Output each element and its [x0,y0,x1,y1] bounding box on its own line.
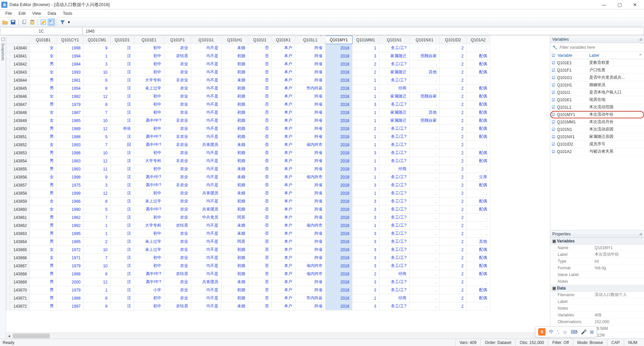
data-cell[interactable]: 共青团员 [191,278,221,286]
ime-mic-icon[interactable]: 🎤 [581,329,587,335]
data-cell[interactable]: . [410,254,440,262]
data-cell[interactable]: 否 [248,294,272,302]
data-cell[interactable]: . [410,205,440,214]
column-header[interactable]: Q101NX1 [410,36,440,44]
data-cell[interactable]: 2018 [326,238,352,246]
data-cell[interactable]: 2 [440,117,467,125]
data-cell[interactable]: 男 [30,189,57,197]
data-cell[interactable]: 2018 [326,181,352,189]
data-cell[interactable]: 同居 [221,238,248,246]
data-cell[interactable]: 非农业 [164,157,191,165]
data-cell[interactable]: 初婚 [221,262,248,270]
data-cell[interactable]: 布依 [111,125,134,133]
data-cell[interactable]: 回 [111,141,134,149]
data-cell[interactable]: . [467,44,490,52]
data-cell[interactable]: 男 [30,181,57,189]
property-row[interactable]: Notes [550,278,644,285]
data-cell[interactable]: 配偶 [467,197,490,205]
row-header[interactable]: 143854 [6,157,30,165]
data-cell[interactable]: 务工/工? [379,157,410,165]
data-cell[interactable]: 汉 [111,189,134,197]
data-cell[interactable]: 女 [30,68,57,76]
data-cell[interactable]: 共青团员 [191,205,221,214]
data-cell[interactable]: 1 [352,44,379,52]
data-cell[interactable]: 2 [84,238,111,246]
data-cell[interactable]: 汉 [111,197,134,205]
data-cell[interactable]: 高中/中? [134,141,164,149]
data-cell[interactable]: 2 [352,60,379,68]
data-cell[interactable]: 务工/工? [379,278,410,286]
data-cell[interactable]: . [410,165,440,173]
data-cell[interactable]: 男 [30,157,57,165]
data-cell[interactable]: 本户 [272,149,295,157]
data-cell[interactable]: . [467,214,490,222]
data-cell[interactable]: 配偶 [467,286,490,294]
data-cell[interactable]: . [467,76,490,84]
data-cell[interactable]: 本户 [272,238,295,246]
data-cell[interactable]: 本户 [272,125,295,133]
data-cell[interactable]: 汉 [111,230,134,238]
data-cell[interactable]: 2 [440,270,467,278]
data-cell[interactable]: . [410,84,440,92]
data-cell[interactable]: 初中 [134,92,164,101]
data-cell[interactable]: 本户 [272,101,295,109]
data-cell[interactable]: 省内跨市 [295,262,326,270]
data-cell[interactable]: 2 [440,44,467,52]
data-cell[interactable]: 初婚 [221,157,248,165]
data-cell[interactable]: . [410,197,440,205]
data-cell[interactable]: 初中 [134,109,164,117]
data-cell[interactable]: 2 [440,84,467,92]
data-cell[interactable]: 配偶 [467,125,490,133]
data-cell[interactable]: 配偶 [467,270,490,278]
data-cell[interactable]: 2 [440,165,467,173]
checkbox-icon[interactable]: ☑ [550,127,556,132]
data-cell[interactable]: 2 [440,302,467,310]
column-header[interactable]: Q101F1 [164,36,191,44]
variable-row[interactable]: ☑ Q101H1 婚姻状况 [550,81,644,89]
data-cell[interactable]: 否 [248,149,272,157]
data-cell[interactable]: 1979 [57,101,84,109]
data-cell[interactable]: 跨省 [295,125,326,133]
data-cell[interactable]: 未上过学 [134,84,164,92]
data-cell[interactable]: 配偶 [467,109,490,117]
data-cell[interactable]: 汉 [111,92,134,101]
data-cell[interactable]: 女 [30,173,57,181]
data-cell[interactable]: 女 [30,197,57,205]
data-cell[interactable]: . [410,141,440,149]
data-cell[interactable]: 2018 [326,302,352,310]
data-cell[interactable]: 务工/工? [379,101,410,109]
property-row[interactable]: Label本次流动年份 [550,251,644,258]
data-cell[interactable]: 均不是 [191,157,221,165]
data-cell[interactable]: 5 [84,205,111,214]
data-cell[interactable]: 高中/中? [134,205,164,214]
data-cell[interactable]: 1989 [57,125,84,133]
table-row[interactable]: 143865女197210汉未上过学农业均不是初婚否本户跨省20183务工/工?… [6,246,490,254]
ime-keyboard-icon[interactable]: ⌨ [571,329,577,335]
data-cell[interactable]: 否 [248,262,272,270]
data-cell[interactable]: 本户 [272,270,295,278]
checkbox-icon[interactable]: ☑ [550,134,556,139]
data-cell[interactable]: 3 [352,278,379,286]
data-cell[interactable]: 跨省 [295,302,326,310]
data-cell[interactable]: 否 [248,101,272,109]
pin-icon[interactable]: ⊿ [639,37,642,41]
data-cell[interactable]: 初中 [134,214,164,222]
sort-icon[interactable]: ^ [639,53,644,58]
data-cell[interactable]: 农业 [164,230,191,238]
data-cell[interactable]: 10 [84,149,111,157]
data-cell[interactable]: . [410,278,440,286]
data-cell[interactable]: 1 [352,92,379,101]
data-cell[interactable]: 非农业 [164,76,191,84]
data-cell[interactable]: 配偶 [467,60,490,68]
data-cell[interactable]: 否 [248,141,272,149]
data-cell[interactable]: 跨省 [295,117,326,125]
data-cell[interactable]: . [410,125,440,133]
data-cell[interactable]: 农转居 [164,270,191,278]
table-row[interactable]: 143861男19627汉初中农业中共党员同居否本户跨省20183务工/工?.2… [6,214,490,222]
data-cell[interactable]: 未婚 [221,44,248,52]
data-cell[interactable]: 8 [84,270,111,278]
data-cell[interactable]: 1 [352,84,379,92]
data-cell[interactable]: 否 [248,278,272,286]
data-cell[interactable]: 家属随迁 [379,52,410,60]
data-cell[interactable]: 1 [352,157,379,165]
